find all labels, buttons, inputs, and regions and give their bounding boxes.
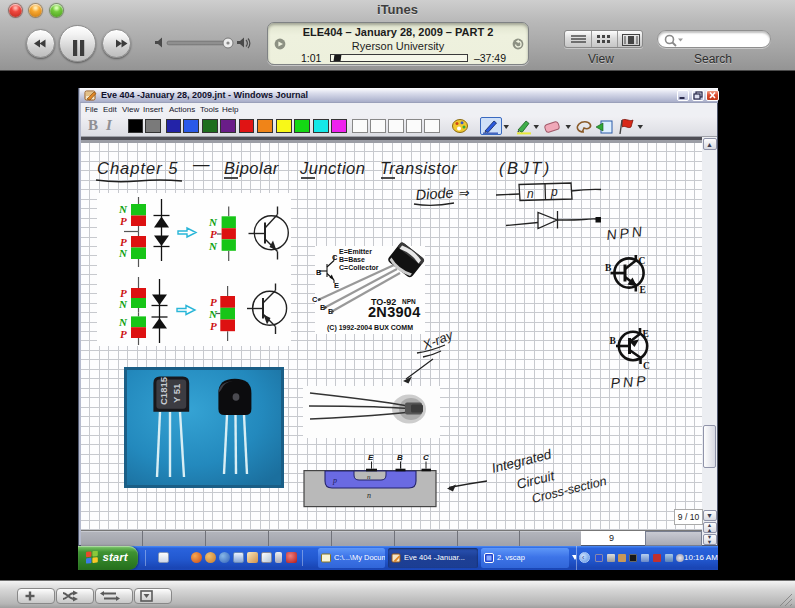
svg-text:P: P: [120, 215, 127, 227]
svg-text:NPN: NPN: [606, 223, 646, 243]
svg-text:E=Emitter: E=Emitter: [339, 248, 372, 255]
svg-text:(BJT): (BJT): [499, 159, 552, 177]
svg-text:C: C: [332, 253, 338, 262]
svg-text:Transistor: Transistor: [380, 159, 458, 177]
svg-text:PNP: PNP: [610, 372, 649, 391]
svg-text:⇒: ⇒: [457, 185, 470, 201]
svg-text:E: E: [643, 329, 649, 339]
svg-text:n: n: [367, 491, 371, 500]
svg-text:N: N: [118, 298, 128, 310]
svg-text:C: C: [643, 361, 650, 371]
svg-text:—: —: [192, 155, 210, 173]
svg-text:B=Base: B=Base: [339, 256, 365, 263]
svg-text:2N3904: 2N3904: [368, 304, 421, 320]
svg-text:E: E: [368, 453, 374, 462]
svg-text:Chapter 5: Chapter 5: [97, 159, 178, 177]
svg-text:C: C: [639, 256, 646, 266]
svg-text:Y 51: Y 51: [171, 383, 182, 403]
svg-text:B: B: [605, 263, 612, 273]
svg-text:P: P: [210, 296, 217, 308]
svg-text:X-ray: X-ray: [420, 327, 457, 353]
svg-text:(C) 1992-2004 BUX COMM: (C) 1992-2004 BUX COMM: [327, 324, 413, 332]
svg-text:C1815: C1815: [158, 376, 169, 405]
svg-text:N: N: [208, 216, 218, 228]
svg-text:N: N: [118, 316, 128, 328]
svg-text:P: P: [210, 228, 217, 240]
svg-text:Junction: Junction: [299, 159, 365, 177]
svg-text:n: n: [527, 187, 534, 201]
svg-text:p: p: [332, 476, 337, 485]
svg-text:E: E: [334, 281, 339, 290]
svg-text:E: E: [640, 285, 646, 295]
svg-text:p: p: [550, 185, 558, 199]
svg-text:B: B: [610, 336, 617, 346]
svg-text:C: C: [423, 453, 429, 462]
svg-text:P: P: [120, 328, 127, 340]
svg-text:B: B: [397, 453, 403, 462]
svg-text:N: N: [118, 203, 128, 215]
svg-text:n: n: [367, 473, 371, 481]
svg-text:C: C: [312, 295, 318, 304]
svg-text:B: B: [316, 268, 322, 277]
svg-text:N: N: [118, 247, 128, 259]
svg-text:N: N: [208, 240, 218, 252]
svg-text:Diode: Diode: [415, 184, 454, 203]
svg-text:C=Collector: C=Collector: [339, 264, 379, 271]
svg-text:P: P: [210, 320, 217, 332]
svg-text:Bipolar: Bipolar: [224, 159, 280, 177]
